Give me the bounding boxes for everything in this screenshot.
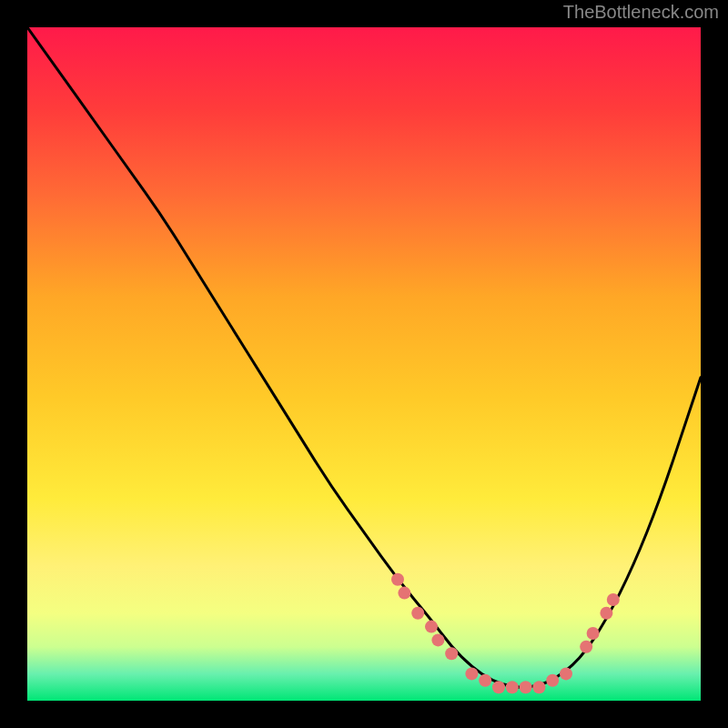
data-point: [532, 681, 545, 693]
data-point: [398, 587, 410, 600]
chart-svg: [27, 27, 701, 701]
data-point: [580, 641, 592, 653]
watermark-text: TheBottleneck.com: [563, 2, 719, 23]
data-point: [391, 573, 404, 586]
data-point: [587, 627, 600, 640]
data-point: [546, 674, 559, 687]
gradient-background: [27, 27, 701, 701]
data-point: [506, 681, 519, 693]
chart-container: TheBottleneck.com: [0, 0, 728, 728]
data-point: [600, 607, 612, 620]
data-point: [411, 607, 424, 620]
data-point: [560, 667, 572, 680]
data-point: [431, 633, 444, 646]
data-point: [607, 593, 620, 606]
plot-area: [27, 27, 701, 701]
data-point: [479, 674, 491, 687]
data-point: [465, 667, 478, 680]
data-point: [492, 681, 505, 693]
data-point: [425, 621, 438, 633]
data-point: [520, 681, 532, 693]
data-point: [445, 647, 458, 660]
